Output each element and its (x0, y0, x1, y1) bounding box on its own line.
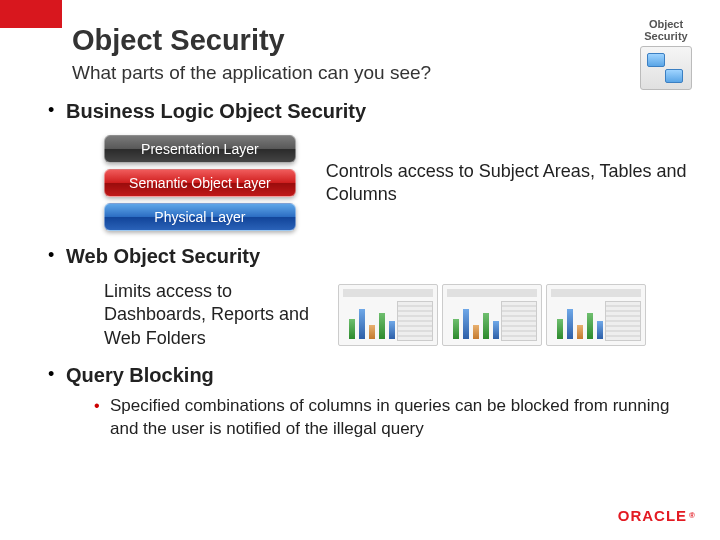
section-web-object: Web Object Security Limits access to Das… (48, 245, 690, 350)
corner-icon-label-2: Security (644, 30, 687, 42)
slide-title: Object Security (72, 24, 285, 57)
layer-physical: Physical Layer (104, 203, 296, 231)
layer-semantic: Semantic Object Layer (104, 169, 296, 197)
dashboard-thumb (442, 284, 542, 346)
oracle-logo: ORACLE® (618, 507, 696, 524)
object-security-icon (640, 46, 692, 90)
section-heading: Business Logic Object Security (66, 100, 690, 123)
section-query-blocking: Query Blocking Specified combinations of… (48, 364, 690, 441)
object-security-corner-icon: Object Security (630, 18, 702, 90)
section-business-logic: Business Logic Object Security Presentat… (48, 100, 690, 231)
section-heading: Web Object Security (66, 245, 690, 268)
oracle-logo-text: ORACLE (618, 507, 687, 524)
section-heading: Query Blocking (66, 364, 690, 387)
corner-icon-label-1: Object (649, 18, 683, 30)
dashboard-thumb (338, 284, 438, 346)
section-2-description: Limits access to Dashboards, Reports and… (104, 280, 314, 350)
layer-presentation: Presentation Layer (104, 135, 296, 163)
section-1-description: Controls access to Subject Areas, Tables… (326, 160, 690, 207)
slide-accent-block (0, 0, 62, 28)
dashboard-thumbnails (338, 284, 646, 346)
dashboard-thumb (546, 284, 646, 346)
layer-stack: Presentation Layer Semantic Object Layer… (104, 135, 296, 231)
query-blocking-detail: Specified combinations of columns in que… (94, 395, 690, 441)
slide-subtitle: What parts of the application can you se… (72, 62, 431, 84)
